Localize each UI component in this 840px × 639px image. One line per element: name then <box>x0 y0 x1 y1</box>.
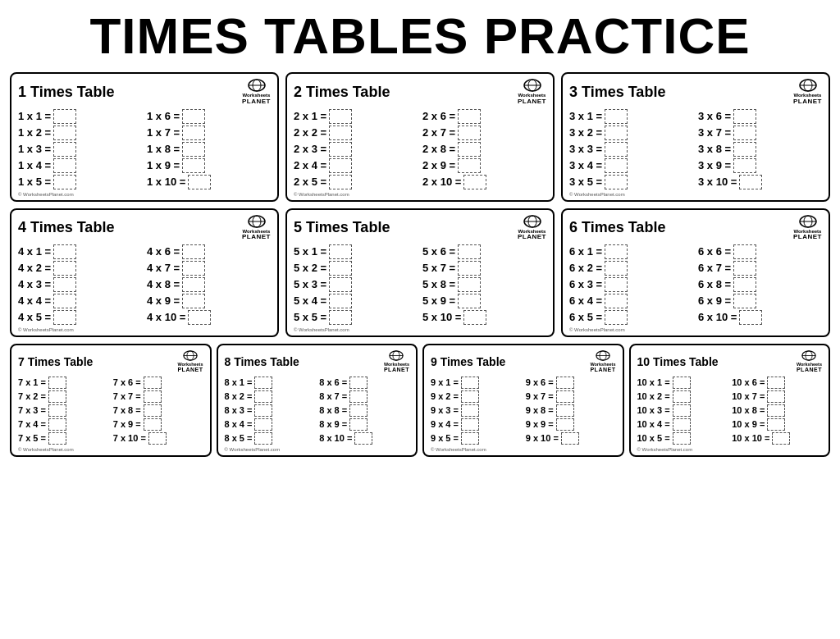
answer-box[interactable] <box>182 277 205 292</box>
answer-box[interactable] <box>182 142 205 157</box>
answer-box[interactable] <box>329 261 352 276</box>
answer-box[interactable] <box>556 404 574 417</box>
answer-box[interactable] <box>561 432 579 445</box>
answer-box[interactable] <box>605 175 628 189</box>
answer-box[interactable] <box>53 158 76 173</box>
answer-box[interactable] <box>144 418 162 431</box>
answer-box[interactable] <box>182 261 205 276</box>
answer-box[interactable] <box>461 432 479 445</box>
answer-box[interactable] <box>733 261 756 276</box>
answer-box[interactable] <box>739 310 762 325</box>
answer-box[interactable] <box>349 390 368 403</box>
answer-box[interactable] <box>182 158 205 173</box>
answer-box[interactable] <box>144 404 162 417</box>
answer-box[interactable] <box>329 244 352 259</box>
answer-box[interactable] <box>48 377 66 389</box>
answer-box[interactable] <box>144 390 162 403</box>
answer-box[interactable] <box>458 277 481 292</box>
answer-box[interactable] <box>254 404 272 417</box>
answer-box[interactable] <box>349 418 368 431</box>
answer-box[interactable] <box>605 126 628 140</box>
answer-box[interactable] <box>461 377 479 389</box>
answer-box[interactable] <box>329 126 352 140</box>
answer-box[interactable] <box>458 158 481 173</box>
answer-box[interactable] <box>53 244 76 259</box>
answer-box[interactable] <box>349 377 368 389</box>
answer-box[interactable] <box>48 404 66 417</box>
answer-box[interactable] <box>53 277 76 292</box>
answer-box[interactable] <box>461 390 479 403</box>
answer-box[interactable] <box>188 310 211 325</box>
answer-box[interactable] <box>556 418 574 431</box>
answer-box[interactable] <box>605 261 628 276</box>
answer-box[interactable] <box>556 377 574 389</box>
answer-box[interactable] <box>605 310 628 325</box>
answer-box[interactable] <box>329 277 352 292</box>
answer-box[interactable] <box>354 432 372 445</box>
answer-box[interactable] <box>329 109 352 124</box>
answer-box[interactable] <box>458 142 481 157</box>
answer-box[interactable] <box>188 175 211 189</box>
answer-box[interactable] <box>605 109 628 124</box>
answer-box[interactable] <box>329 294 352 308</box>
answer-box[interactable] <box>733 126 756 140</box>
answer-box[interactable] <box>605 294 628 308</box>
answer-box[interactable] <box>739 175 762 189</box>
answer-box[interactable] <box>53 109 76 124</box>
answer-box[interactable] <box>461 404 479 417</box>
answer-box[interactable] <box>329 158 352 173</box>
answer-box[interactable] <box>605 142 628 157</box>
answer-box[interactable] <box>53 126 76 140</box>
answer-box[interactable] <box>673 432 691 445</box>
answer-box[interactable] <box>53 142 76 157</box>
answer-box[interactable] <box>329 310 352 325</box>
answer-box[interactable] <box>458 261 481 276</box>
answer-box[interactable] <box>605 158 628 173</box>
answer-box[interactable] <box>772 432 790 445</box>
answer-box[interactable] <box>733 277 756 292</box>
answer-box[interactable] <box>182 244 205 259</box>
answer-box[interactable] <box>182 126 205 140</box>
answer-box[interactable] <box>254 418 272 431</box>
answer-box[interactable] <box>767 390 785 403</box>
answer-box[interactable] <box>53 175 76 189</box>
answer-box[interactable] <box>349 404 368 417</box>
answer-box[interactable] <box>144 377 162 389</box>
answer-box[interactable] <box>767 377 785 389</box>
answer-box[interactable] <box>605 277 628 292</box>
answer-box[interactable] <box>458 109 481 124</box>
answer-box[interactable] <box>733 142 756 157</box>
answer-box[interactable] <box>53 261 76 276</box>
answer-box[interactable] <box>48 418 66 431</box>
answer-box[interactable] <box>53 310 76 325</box>
answer-box[interactable] <box>254 377 272 389</box>
answer-box[interactable] <box>673 390 691 403</box>
answer-box[interactable] <box>673 418 691 431</box>
answer-box[interactable] <box>53 294 76 308</box>
answer-box[interactable] <box>673 404 691 417</box>
answer-box[interactable] <box>556 390 574 403</box>
answer-box[interactable] <box>733 109 756 124</box>
answer-box[interactable] <box>254 390 272 403</box>
answer-box[interactable] <box>605 244 628 259</box>
answer-box[interactable] <box>182 294 205 308</box>
answer-box[interactable] <box>458 294 481 308</box>
answer-box[interactable] <box>461 418 479 431</box>
answer-box[interactable] <box>733 244 756 259</box>
answer-box[interactable] <box>767 418 785 431</box>
answer-box[interactable] <box>148 432 167 445</box>
answer-box[interactable] <box>329 142 352 157</box>
answer-box[interactable] <box>254 432 272 445</box>
answer-box[interactable] <box>463 175 486 189</box>
answer-box[interactable] <box>48 432 66 445</box>
answer-box[interactable] <box>458 244 481 259</box>
answer-box[interactable] <box>673 377 691 389</box>
answer-box[interactable] <box>458 126 481 140</box>
answer-box[interactable] <box>182 109 205 124</box>
answer-box[interactable] <box>463 310 486 325</box>
answer-box[interactable] <box>767 404 785 417</box>
answer-box[interactable] <box>329 175 352 189</box>
answer-box[interactable] <box>48 390 66 403</box>
answer-box[interactable] <box>733 294 756 308</box>
answer-box[interactable] <box>733 158 756 173</box>
